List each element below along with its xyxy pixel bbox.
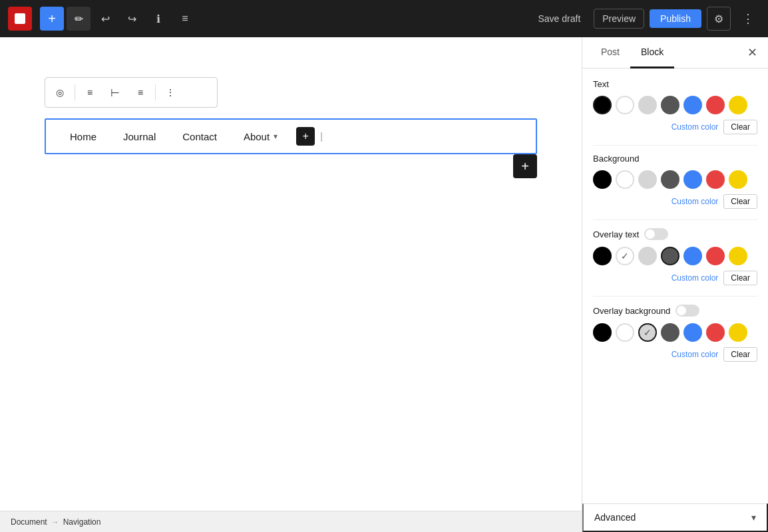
editor: ◎ ≡ ⊢ ≡ ⋮ Home — [0, 37, 582, 532]
overlay-text-actions: Custom color Clear — [593, 271, 757, 285]
block-tb-justify[interactable]: ≡ — [128, 80, 152, 104]
edit-icon: ✏ — [75, 13, 83, 25]
justify-icon: ≡ — [138, 87, 143, 98]
bg-clear-button[interactable]: Clear — [723, 194, 757, 209]
sidebar-tabs: Post Block ✕ — [582, 37, 768, 68]
overlay-text-black[interactable] — [593, 247, 612, 265]
more-icon: ⋮ — [742, 11, 754, 26]
sidebar-close-button[interactable]: ✕ — [745, 37, 760, 68]
info-button[interactable]: ℹ — [146, 7, 170, 31]
text-color-red[interactable] — [706, 96, 725, 114]
nav-item-about[interactable]: About ▾ — [230, 126, 291, 148]
settings-button[interactable]: ⚙ — [707, 7, 731, 31]
overlay-bg-light-gray[interactable]: ✓ — [638, 323, 657, 342]
overlay-text-section: Overlay text ✓ Custom color — [593, 228, 757, 285]
divider2 — [155, 84, 156, 100]
bg-color-dark-gray[interactable] — [661, 170, 679, 189]
divider — [75, 84, 75, 100]
overlay-text-dark-gray[interactable] — [661, 247, 679, 265]
tab-post[interactable]: Post — [590, 37, 630, 68]
editor-canvas: + — [45, 154, 537, 354]
block-tb-more[interactable]: ⋮ — [158, 80, 182, 104]
divider-overlay-text-bg — [593, 296, 757, 297]
text-color-white[interactable] — [616, 96, 634, 114]
breadcrumb: Document → Navigation — [0, 511, 582, 532]
background-label: Background — [593, 154, 757, 164]
overlay-bg-toggle[interactable] — [675, 305, 699, 317]
publish-button[interactable]: Publish — [650, 9, 701, 28]
overlay-bg-white[interactable] — [616, 323, 634, 342]
text-clear-button[interactable]: Clear — [723, 120, 757, 134]
overlay-text-custom-color-button[interactable]: Custom color — [672, 273, 719, 283]
redo-icon: ↪ — [128, 13, 136, 25]
overlay-bg-section: Overlay background ✓ Custom co — [593, 305, 757, 362]
breadcrumb-navigation[interactable]: Navigation — [63, 517, 101, 527]
overlay-bg-dark-gray[interactable] — [661, 323, 679, 342]
overlay-text-toggle[interactable] — [644, 228, 668, 240]
bg-color-white[interactable] — [616, 170, 634, 189]
logo-button[interactable] — [8, 7, 32, 31]
block-tb-transform[interactable]: ◎ — [48, 80, 72, 104]
bg-color-black[interactable] — [593, 170, 612, 189]
nav-add-icon: + — [302, 130, 308, 142]
overlay-bg-red[interactable] — [706, 323, 725, 342]
bg-color-yellow[interactable] — [729, 170, 747, 189]
overlay-text-red[interactable] — [706, 247, 725, 265]
nav-item-journal[interactable]: Journal — [110, 126, 169, 148]
overlay-text-clear-button[interactable]: Clear — [723, 271, 757, 285]
add-icon: + — [48, 11, 56, 27]
more-options-button[interactable]: ⋮ — [736, 7, 760, 31]
text-custom-color-button[interactable]: Custom color — [672, 122, 719, 132]
close-icon: ✕ — [747, 45, 757, 60]
block-tb-align-left[interactable]: ⊢ — [103, 80, 127, 104]
overlay-bg-swatches: ✓ — [593, 323, 757, 342]
bg-color-red[interactable] — [706, 170, 725, 189]
nav-item-contact[interactable]: Contact — [169, 126, 230, 148]
overlay-text-white[interactable]: ✓ — [616, 247, 634, 265]
navigation-block: Home Journal Contact About ▾ + | — [45, 118, 537, 154]
bg-color-blue[interactable] — [683, 170, 702, 189]
save-draft-button[interactable]: Save draft — [530, 9, 588, 28]
tab-block[interactable]: Block — [630, 37, 674, 68]
bg-custom-color-button[interactable]: Custom color — [672, 197, 719, 206]
overlay-text-label: Overlay text — [593, 228, 757, 240]
block-more-icon: ⋮ — [166, 87, 175, 98]
redo-button[interactable]: ↪ — [120, 7, 144, 31]
add-block-button[interactable]: + — [40, 7, 64, 31]
breadcrumb-document[interactable]: Document — [11, 517, 47, 527]
text-color-actions: Custom color Clear — [593, 120, 757, 134]
advanced-section-toggle[interactable]: Advanced ▾ — [582, 503, 768, 532]
overlay-bg-clear-button[interactable]: Clear — [723, 347, 757, 362]
add-block-float-button[interactable]: + — [513, 154, 537, 178]
overlay-text-light-gray[interactable] — [638, 247, 657, 265]
overlay-text-yellow[interactable] — [729, 247, 747, 265]
toolbar-right: Save draft Preview Publish ⚙ ⋮ — [530, 7, 760, 31]
nav-item-home[interactable]: Home — [57, 126, 110, 148]
main-toolbar: + ✏ ↩ ↪ ℹ ≡ Save draft Preview Publish ⚙ — [0, 0, 768, 37]
nav-block-inner: Home Journal Contact About ▾ + | — [46, 120, 536, 153]
text-color-yellow[interactable] — [729, 96, 747, 114]
overlay-bg-blue[interactable] — [683, 323, 702, 342]
toolbar-left: + ✏ ↩ ↪ ℹ ≡ — [8, 7, 527, 31]
overlay-bg-custom-color-button[interactable]: Custom color — [672, 350, 719, 359]
bg-color-swatches — [593, 170, 757, 189]
sidebar-content: Text Custom color Clear — [582, 68, 768, 503]
overlay-text-blue[interactable] — [683, 247, 702, 265]
text-color-black[interactable] — [593, 96, 612, 114]
block-tb-align-center[interactable]: ≡ — [78, 80, 102, 104]
undo-button[interactable]: ↩ — [93, 7, 117, 31]
text-color-light-gray[interactable] — [638, 96, 657, 114]
list-view-button[interactable]: ≡ — [173, 7, 197, 31]
text-color-blue[interactable] — [683, 96, 702, 114]
undo-icon: ↩ — [101, 13, 110, 25]
advanced-chevron-down-icon: ▾ — [751, 512, 756, 523]
preview-button[interactable]: Preview — [594, 9, 644, 29]
bg-color-light-gray[interactable] — [638, 170, 657, 189]
nav-about-label: About — [244, 131, 270, 142]
nav-add-item-button[interactable]: + — [296, 127, 315, 146]
info-icon: ℹ — [156, 13, 160, 25]
text-color-dark-gray[interactable] — [661, 96, 679, 114]
edit-mode-button[interactable]: ✏ — [67, 7, 91, 31]
overlay-bg-yellow[interactable] — [729, 323, 747, 342]
overlay-bg-black[interactable] — [593, 323, 612, 342]
